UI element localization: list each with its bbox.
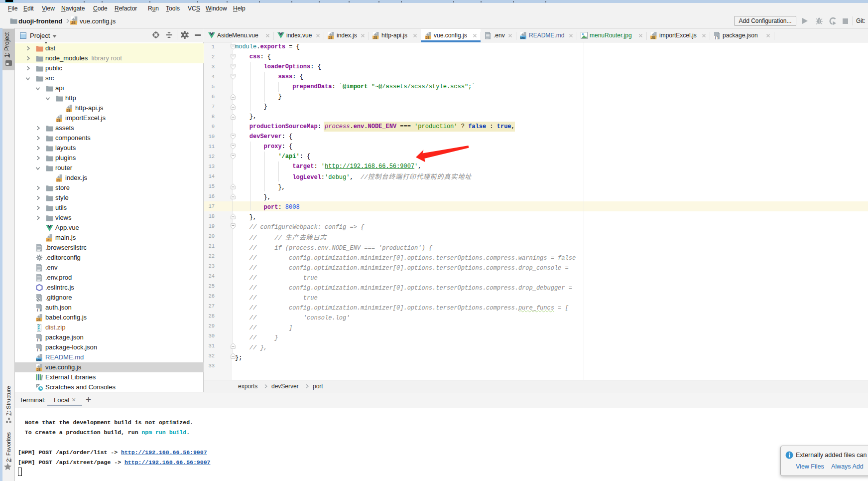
svg-text:{}: {} bbox=[37, 338, 41, 341]
svg-text:JS: JS bbox=[56, 178, 61, 182]
svg-text:JS: JS bbox=[373, 36, 377, 39]
svg-text:{}: {} bbox=[37, 348, 41, 351]
svg-text:{}: {} bbox=[37, 308, 41, 312]
svg-text:MD: MD bbox=[520, 36, 525, 39]
svg-text:JS: JS bbox=[651, 36, 655, 39]
svg-text:JS: JS bbox=[425, 36, 430, 39]
svg-text:JS: JS bbox=[56, 119, 61, 122]
svg-text:JS: JS bbox=[36, 318, 41, 321]
svg-text:JS: JS bbox=[46, 238, 51, 242]
svg-text:JS: JS bbox=[66, 109, 71, 112]
svg-text:JS: JS bbox=[36, 368, 41, 371]
svg-text:JS: JS bbox=[71, 20, 76, 25]
svg-text:JS: JS bbox=[328, 36, 333, 39]
svg-text:MD: MD bbox=[36, 358, 41, 361]
svg-text:{}: {} bbox=[715, 36, 719, 39]
